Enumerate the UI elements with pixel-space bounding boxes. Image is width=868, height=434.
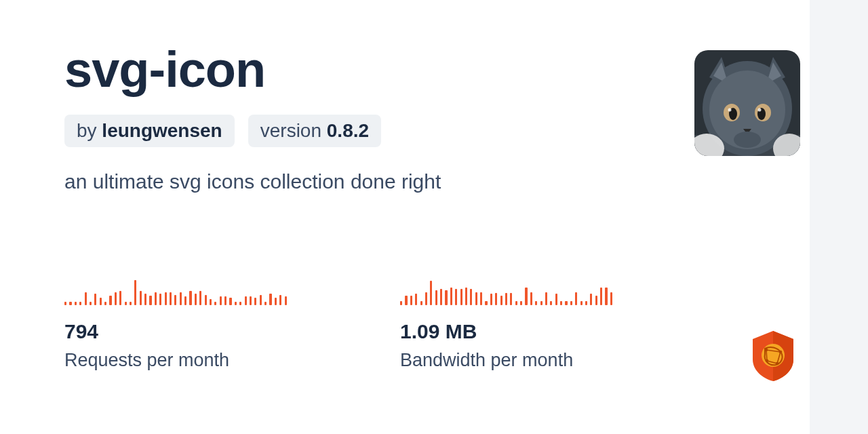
requests-stat: 794 Requests per month <box>64 277 298 371</box>
package-description: an ultimate svg icons collection done ri… <box>64 170 804 193</box>
side-strip <box>810 0 868 434</box>
version-chip: version 0.8.2 <box>248 115 381 147</box>
version-label: version <box>260 120 327 141</box>
stats-row: 794 Requests per month 1.09 MB Bandwidth… <box>64 277 634 371</box>
requests-sparkline <box>64 277 298 305</box>
requests-value: 794 <box>64 320 298 343</box>
by-label: by <box>77 120 102 141</box>
jsdelivr-badge-icon <box>750 330 796 382</box>
package-header: svg-icon by leungwensen version 0.8.2 an… <box>64 41 804 193</box>
cat-avatar-icon <box>694 50 800 156</box>
bandwidth-value: 1.09 MB <box>400 320 634 343</box>
author-chip[interactable]: by leungwensen <box>64 115 235 147</box>
author-name: leungwensen <box>102 120 222 141</box>
svg-point-8 <box>728 108 732 112</box>
version-value: 0.8.2 <box>327 120 369 141</box>
package-title: svg-icon <box>64 41 804 98</box>
avatar[interactable] <box>694 50 800 156</box>
svg-point-10 <box>734 132 761 148</box>
svg-line-21 <box>766 350 767 361</box>
meta-row: by leungwensen version 0.8.2 <box>64 115 804 147</box>
requests-label: Requests per month <box>64 350 298 371</box>
svg-point-9 <box>758 108 762 112</box>
bandwidth-stat: 1.09 MB Bandwidth per month <box>400 277 634 371</box>
bandwidth-label: Bandwidth per month <box>400 350 634 371</box>
bandwidth-sparkline <box>400 277 634 305</box>
